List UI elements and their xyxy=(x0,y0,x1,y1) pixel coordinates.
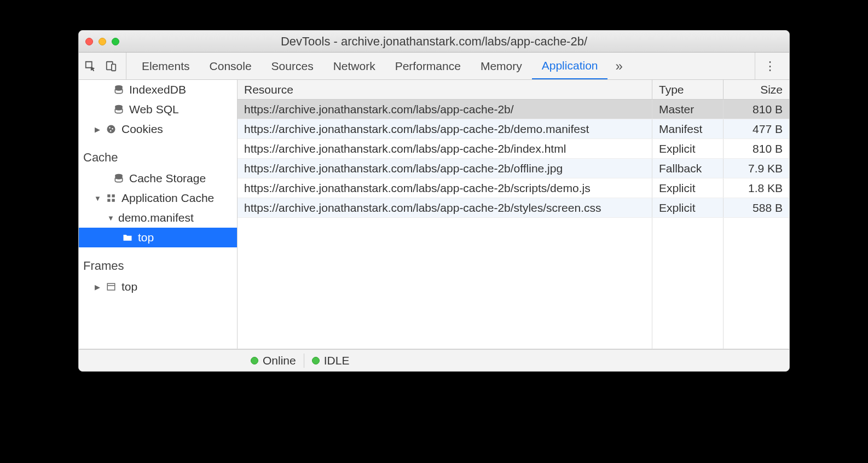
toolbar-left-icons xyxy=(84,53,126,79)
svg-rect-9 xyxy=(107,194,110,197)
cell-resource: https://archive.jonathanstark.com/labs/a… xyxy=(238,198,652,217)
triangle-down-icon: ▼ xyxy=(107,214,114,222)
status-state: IDLE xyxy=(304,354,357,368)
titlebar: DevTools - archive.jonathanstark.com/lab… xyxy=(79,31,789,53)
cell-resource: https://archive.jonathanstark.com/labs/a… xyxy=(238,178,652,198)
devtools-window: DevTools - archive.jonathanstark.com/lab… xyxy=(78,30,790,372)
tab-console[interactable]: Console xyxy=(200,53,262,79)
green-dot-icon xyxy=(312,357,320,364)
sidebar-label: top xyxy=(121,280,137,293)
cell-size: 477 B xyxy=(724,119,789,138)
sidebar-label: Cookies xyxy=(121,123,163,136)
svg-rect-11 xyxy=(107,199,110,202)
cell-resource: https://archive.jonathanstark.com/labs/a… xyxy=(238,100,652,119)
sidebar-label: Web SQL xyxy=(129,103,179,116)
close-window-button[interactable] xyxy=(85,38,93,45)
status-online: Online xyxy=(243,354,304,368)
sidebar-item-websql[interactable]: Web SQL xyxy=(79,100,237,119)
appcache-main: Resource Type Size https://archive.jonat… xyxy=(238,80,789,349)
zoom-window-button[interactable] xyxy=(112,38,119,45)
tab-sources[interactable]: Sources xyxy=(262,53,323,79)
svg-point-7 xyxy=(110,130,112,132)
traffic-lights xyxy=(85,38,119,45)
sidebar-label: Application Cache xyxy=(121,192,214,205)
sidebar-item-frame-top[interactable]: top xyxy=(79,228,237,247)
cell-type: Manifest xyxy=(652,119,724,138)
cell-type: Master xyxy=(652,100,724,119)
tab-network[interactable]: Network xyxy=(323,53,385,79)
svg-point-4 xyxy=(107,125,115,134)
cell-size: 7.9 KB xyxy=(724,159,789,178)
tabs-overflow-icon[interactable]: » xyxy=(607,53,630,79)
sidebar-item-cookies[interactable]: ▶ Cookies xyxy=(79,119,237,139)
device-toolbar-icon[interactable] xyxy=(105,60,117,72)
sidebar-item-manifest[interactable]: ▼ demo.manifest xyxy=(79,208,237,228)
window-icon xyxy=(105,281,117,293)
sidebar-item-cache-storage[interactable]: Cache Storage xyxy=(79,169,237,188)
database-icon xyxy=(113,172,125,184)
triangle-right-icon: ▶ xyxy=(94,125,101,134)
tab-memory[interactable]: Memory xyxy=(471,53,532,79)
folder-icon xyxy=(121,231,134,244)
cell-size: 810 B xyxy=(724,100,789,119)
svg-rect-12 xyxy=(112,199,115,202)
database-icon xyxy=(113,84,125,96)
sidebar-label: IndexedDB xyxy=(129,83,186,96)
status-bar: Online IDLE xyxy=(79,349,789,371)
table-filler xyxy=(238,218,789,349)
table-row[interactable]: https://archive.jonathanstark.com/labs/a… xyxy=(238,139,789,159)
sidebar-group-cache: Cache xyxy=(79,147,237,169)
application-sidebar: IndexedDB Web SQL ▶ Cookies Cache xyxy=(79,80,238,349)
green-dot-icon xyxy=(251,357,258,364)
svg-rect-10 xyxy=(112,194,115,197)
table-row[interactable]: https://archive.jonathanstark.com/labs/a… xyxy=(238,159,789,178)
status-state-label: IDLE xyxy=(324,354,350,367)
devtools-toolbar: Elements Console Sources Network Perform… xyxy=(79,53,789,80)
tab-performance[interactable]: Performance xyxy=(385,53,471,79)
inspect-element-icon[interactable] xyxy=(84,60,96,72)
panel-body: IndexedDB Web SQL ▶ Cookies Cache xyxy=(79,80,789,349)
sidebar-label: Cache Storage xyxy=(129,172,206,185)
tab-elements[interactable]: Elements xyxy=(132,53,200,79)
database-icon xyxy=(113,103,125,115)
table-row[interactable]: https://archive.jonathanstark.com/labs/a… xyxy=(238,198,789,218)
window-title: DevTools - archive.jonathanstark.com/lab… xyxy=(79,34,789,49)
sidebar-item-application-cache[interactable]: ▼ Application Cache xyxy=(79,188,237,208)
cell-resource: https://archive.jonathanstark.com/labs/a… xyxy=(238,139,652,158)
cell-type: Explicit xyxy=(652,178,724,198)
grid-icon xyxy=(105,192,117,204)
cell-type: Explicit xyxy=(652,198,724,217)
sidebar-label: demo.manifest xyxy=(118,211,194,224)
svg-rect-13 xyxy=(107,283,115,290)
cell-resource: https://archive.jonathanstark.com/labs/a… xyxy=(238,159,652,178)
column-header-resource[interactable]: Resource xyxy=(238,80,652,99)
minimize-window-button[interactable] xyxy=(99,38,106,45)
cookie-icon xyxy=(105,123,117,135)
panel-tabs: Elements Console Sources Network Perform… xyxy=(132,53,755,79)
column-header-type[interactable]: Type xyxy=(652,80,724,99)
table-header: Resource Type Size xyxy=(238,80,789,100)
kebab-menu-icon[interactable]: ⋮ xyxy=(764,59,775,73)
tab-application[interactable]: Application xyxy=(532,53,608,79)
sidebar-item-frames-top[interactable]: ▶ top xyxy=(79,277,237,297)
status-online-label: Online xyxy=(263,354,296,367)
table-row[interactable]: https://archive.jonathanstark.com/labs/a… xyxy=(238,100,789,119)
cell-resource: https://archive.jonathanstark.com/labs/a… xyxy=(238,119,652,138)
cell-type: Fallback xyxy=(652,159,724,178)
cell-size: 588 B xyxy=(724,198,789,217)
triangle-right-icon: ▶ xyxy=(94,283,101,291)
toolbar-right: ⋮ xyxy=(755,53,784,79)
triangle-down-icon: ▼ xyxy=(94,194,101,202)
table-body: https://archive.jonathanstark.com/labs/a… xyxy=(238,100,789,349)
table-row[interactable]: https://archive.jonathanstark.com/labs/a… xyxy=(238,119,789,139)
svg-rect-1 xyxy=(112,64,115,71)
sidebar-label: top xyxy=(138,231,154,244)
cell-size: 810 B xyxy=(724,139,789,158)
sidebar-group-frames: Frames xyxy=(79,255,237,277)
table-row[interactable]: https://archive.jonathanstark.com/labs/a… xyxy=(238,178,789,198)
cell-type: Explicit xyxy=(652,139,724,158)
cell-size: 1.8 KB xyxy=(724,178,789,198)
svg-point-6 xyxy=(112,128,113,130)
column-header-size[interactable]: Size xyxy=(724,80,789,99)
sidebar-item-indexeddb[interactable]: IndexedDB xyxy=(79,80,237,100)
